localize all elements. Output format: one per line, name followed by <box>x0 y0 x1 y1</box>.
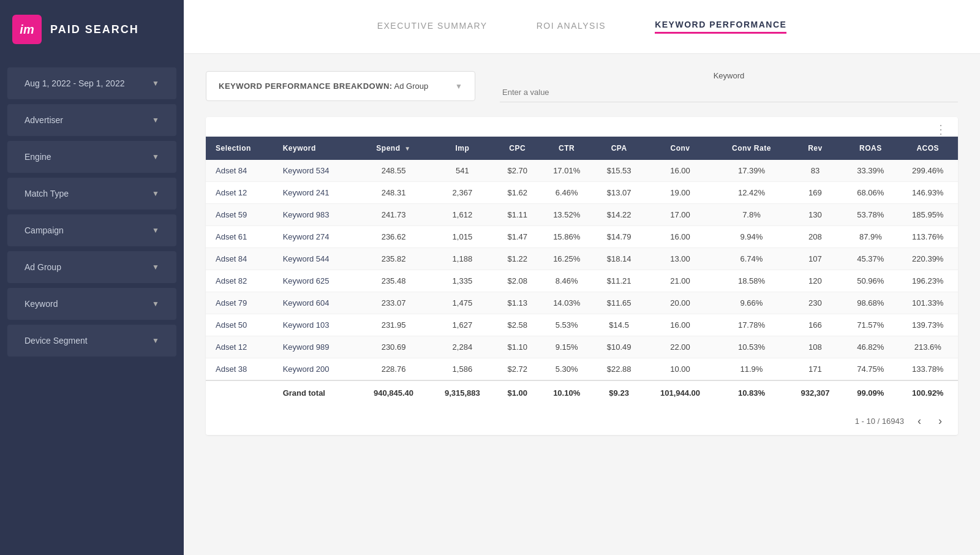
footer-cell: 932,307 <box>787 380 843 405</box>
table-cell: 1,015 <box>429 226 495 248</box>
table-body: Adset 84Keyword 534248.55541$2.7017.01%$… <box>206 160 958 380</box>
table-cell: 98.68% <box>843 292 897 314</box>
table-row[interactable]: Adset 82Keyword 625235.481,335$2.088.46%… <box>206 270 958 292</box>
table-cell: Keyword 983 <box>277 204 358 226</box>
sidebar-filter-item[interactable]: Ad Group▼ <box>7 251 176 283</box>
table-cell: $13.07 <box>594 182 644 204</box>
nav-tab[interactable]: KEYWORD PERFORMANCE <box>655 20 786 34</box>
table-cell: 17.01% <box>540 160 594 182</box>
table-cell: 10.00 <box>644 358 716 381</box>
table-cell: Keyword 200 <box>277 358 358 381</box>
table-cell: 17.00 <box>644 204 716 226</box>
table-cell: 17.39% <box>716 160 787 182</box>
table-cell: 1,612 <box>429 204 495 226</box>
filter-label: Engine <box>24 152 51 162</box>
filter-label: Advertiser <box>24 115 63 125</box>
table-row[interactable]: Adset 12Keyword 241248.312,367$1.626.46%… <box>206 182 958 204</box>
footer-cell: 10.10% <box>540 380 594 405</box>
sidebar-filter-item[interactable]: Engine▼ <box>7 141 176 173</box>
table-cell: Keyword 604 <box>277 292 358 314</box>
table-cell: 171 <box>787 358 843 381</box>
table-row[interactable]: Adset 50Keyword 103231.951,627$2.585.53%… <box>206 314 958 336</box>
footer-cell <box>206 380 277 405</box>
table-cell: Keyword 989 <box>277 336 358 358</box>
table-cell: 53.78% <box>843 204 897 226</box>
sidebar-filter-item[interactable]: Keyword▼ <box>7 288 176 320</box>
table-cell: 248.31 <box>358 182 429 204</box>
footer-cell: 100.92% <box>898 380 958 405</box>
chevron-down-icon: ▼ <box>152 189 159 198</box>
table-cell: 7.8% <box>716 204 787 226</box>
table-cell: 33.39% <box>843 160 897 182</box>
table-cell: 15.86% <box>540 226 594 248</box>
table-cell: 133.78% <box>898 358 958 381</box>
table-row[interactable]: Adset 59Keyword 983241.731,612$1.1113.52… <box>206 204 958 226</box>
table-cell: 108 <box>787 336 843 358</box>
table-cell: 1,188 <box>429 248 495 270</box>
footer-cell: 99.09% <box>843 380 897 405</box>
breakdown-dropdown[interactable]: KEYWORD PERFORMANCE BREAKDOWN: Ad Group … <box>206 71 475 101</box>
table-cell: 16.25% <box>540 248 594 270</box>
keyword-performance-table: SelectionKeywordSpend ▼ImpCPCCTRCPAConvC… <box>206 137 958 405</box>
nav-tab[interactable]: EXECUTIVE SUMMARY <box>377 21 488 33</box>
table-options-icon[interactable]: ⋮ <box>935 122 948 137</box>
filter-label: Match Type <box>24 189 69 198</box>
table-header-cell: ROAS <box>843 137 897 160</box>
table-cell: 248.55 <box>358 160 429 182</box>
breakdown-prefix: KEYWORD PERFORMANCE BREAKDOWN: <box>219 81 393 91</box>
table-cell: 541 <box>429 160 495 182</box>
table-header-cell: Imp <box>429 137 495 160</box>
footer-cell: 9,315,883 <box>429 380 495 405</box>
chevron-down-icon: ▼ <box>152 300 159 308</box>
table-cell: 21.00 <box>644 270 716 292</box>
table-cell: 196.23% <box>898 270 958 292</box>
table-cell: 139.73% <box>898 314 958 336</box>
table-cell: $18.14 <box>594 248 644 270</box>
table-cell: 169 <box>787 182 843 204</box>
nav-tab[interactable]: ROI ANALYSIS <box>537 21 606 33</box>
pagination-prev-button[interactable]: ‹ <box>914 413 925 429</box>
table-cell: $14.5 <box>594 314 644 336</box>
chevron-down-icon: ▼ <box>152 226 159 235</box>
table-row[interactable]: Adset 79Keyword 604233.071,475$1.1314.03… <box>206 292 958 314</box>
table-cell: Keyword 534 <box>277 160 358 182</box>
table-row[interactable]: Adset 12Keyword 989230.692,284$1.109.15%… <box>206 336 958 358</box>
table-cell: 107 <box>787 248 843 270</box>
table-row[interactable]: Adset 84Keyword 544235.821,188$1.2216.25… <box>206 248 958 270</box>
table-header-cell: Conv Rate <box>716 137 787 160</box>
sidebar-filter-item[interactable]: Aug 1, 2022 - Sep 1, 2022▼ <box>7 67 176 99</box>
table-cell: $1.22 <box>496 248 540 270</box>
table-cell: $2.08 <box>496 270 540 292</box>
table-cell: 19.00 <box>644 182 716 204</box>
table-cell: 87.9% <box>843 226 897 248</box>
table-row[interactable]: Adset 61Keyword 274236.621,015$1.4715.86… <box>206 226 958 248</box>
table-cell: 213.6% <box>898 336 958 358</box>
footer-cell: 940,845.40 <box>358 380 429 405</box>
table-cell: 10.53% <box>716 336 787 358</box>
table-cell: 185.95% <box>898 204 958 226</box>
logo: im <box>12 15 42 44</box>
table-cell: $1.11 <box>496 204 540 226</box>
filter-label: Device Segment <box>24 336 88 345</box>
table-header-cell[interactable]: Spend ▼ <box>358 137 429 160</box>
table-cell: 2,367 <box>429 182 495 204</box>
pagination-next-button[interactable]: › <box>935 413 946 429</box>
keyword-filter: Keyword <box>500 71 958 102</box>
footer-cell: $1.00 <box>496 380 540 405</box>
table-row[interactable]: Adset 84Keyword 534248.55541$2.7017.01%$… <box>206 160 958 182</box>
main-content: EXECUTIVE SUMMARYROI ANALYSISKEYWORD PER… <box>184 0 980 555</box>
table-row[interactable]: Adset 38Keyword 200228.761,586$2.725.30%… <box>206 358 958 381</box>
sidebar-filter-item[interactable]: Match Type▼ <box>7 178 176 210</box>
chevron-down-icon: ▼ <box>152 79 159 88</box>
content-area: KEYWORD PERFORMANCE BREAKDOWN: Ad Group … <box>184 54 980 555</box>
table-cell: 50.96% <box>843 270 897 292</box>
sidebar-filter-item[interactable]: Campaign▼ <box>7 214 176 246</box>
chevron-down-icon: ▼ <box>455 82 462 91</box>
table-cell: $1.62 <box>496 182 540 204</box>
keyword-filter-input[interactable] <box>500 83 958 102</box>
table-cell: $10.49 <box>594 336 644 358</box>
sidebar-filter-item[interactable]: Advertiser▼ <box>7 104 176 136</box>
table-cell: Adset 50 <box>206 314 277 336</box>
table-cell: 230.69 <box>358 336 429 358</box>
sidebar-filter-item[interactable]: Device Segment▼ <box>7 325 176 357</box>
